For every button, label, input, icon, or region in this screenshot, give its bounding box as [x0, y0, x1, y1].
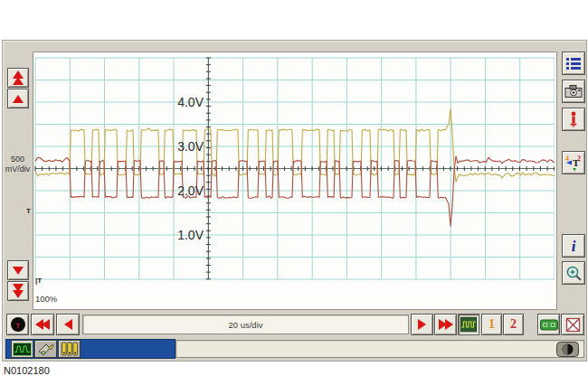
svg-text:4: 4: [565, 155, 569, 163]
info-button[interactable]: i: [562, 234, 585, 258]
scope-icon: [13, 343, 32, 356]
right-arrow-icon: [418, 319, 426, 330]
vertical-scale-label: 500 mV/div: [3, 155, 33, 174]
time-axis: [35, 166, 555, 171]
record-circle-icon: T: [10, 316, 26, 333]
voltage-axis-label: 3.0V: [177, 139, 204, 154]
trigger-level-marker: T: [26, 208, 31, 215]
camera-icon: [564, 84, 583, 99]
data-tab-button[interactable]: [58, 340, 81, 358]
contrast-icon: [556, 342, 579, 357]
trigger-position-line: [206, 58, 211, 279]
crossed-box-icon: [564, 316, 582, 333]
list-icon: [565, 56, 582, 70]
vertical-scale-value: 500: [3, 155, 33, 164]
tools-tab-button[interactable]: [34, 340, 57, 358]
zoom-percent-label: 100%: [35, 294, 62, 304]
person-marker-icon: [568, 111, 579, 127]
scope-tab-button[interactable]: [11, 340, 33, 358]
zoom-in-button[interactable]: [562, 261, 585, 285]
voltage-axis-label: 1.0V: [177, 228, 204, 242]
channel-1-button[interactable]: 1: [481, 314, 502, 335]
double-up-arrow-icon: [13, 71, 24, 84]
timebase-readout: 20 us/div: [82, 315, 409, 334]
trace-yellow: [35, 108, 555, 182]
scroll-down-fast-button[interactable]: [7, 281, 29, 301]
connector-icon: [540, 318, 558, 332]
contrast-control[interactable]: [556, 342, 579, 357]
figure-caption: N0102180: [4, 365, 50, 376]
up-arrow-icon: [13, 95, 24, 103]
rewind-button[interactable]: [31, 314, 54, 335]
status-message-area: [175, 340, 584, 358]
data-columns-icon: [61, 342, 79, 356]
fast-forward-button[interactable]: [434, 314, 457, 335]
magnifier-plus-icon: [565, 265, 583, 282]
down-arrow-icon: [13, 267, 24, 275]
scroll-down-button[interactable]: [7, 260, 29, 280]
scope-display: 4.0V3.0V2.0V1.0V: [33, 52, 557, 310]
oscilloscope-widget: 500 mV/div T 4.0V3.0V2.0V1.0V |T 100%: [2, 40, 587, 362]
scroll-up-button[interactable]: [7, 89, 29, 108]
snapshot-button[interactable]: [562, 80, 585, 103]
hand-tools-icon: [37, 342, 55, 356]
double-down-arrow-icon: [13, 285, 24, 297]
connector-button[interactable]: [537, 314, 560, 335]
channel-1-label: 1: [488, 317, 495, 332]
voltage-axis-label: 4.0V: [177, 95, 204, 109]
page: { "caption": "N0102180", "scope": { "ver…: [0, 0, 588, 385]
svg-text:2: 2: [577, 155, 581, 163]
vertical-scale-unit: mV/div: [3, 164, 33, 174]
voltage-axis-label: 2.0V: [177, 183, 204, 198]
record-button[interactable]: T: [6, 314, 29, 335]
step-back-button[interactable]: [56, 314, 80, 335]
svg-text:T: T: [15, 323, 20, 329]
info-icon: i: [572, 239, 576, 254]
channel-2-button[interactable]: 2: [503, 314, 524, 335]
timebase-value: 20 us/div: [228, 320, 262, 330]
play-button[interactable]: [411, 314, 433, 335]
channel-2-label: 2: [510, 317, 517, 332]
waveform-icon: [460, 317, 477, 332]
left-arrow-icon: [64, 319, 72, 330]
trigger-time-marker: |T: [35, 277, 42, 285]
double-right-arrow-icon: [440, 319, 452, 330]
trigger-setup-button[interactable]: T 2 4: [562, 151, 585, 174]
waveform-mode-button[interactable]: [458, 314, 479, 335]
scope-plot-svg: 4.0V3.0V2.0V1.0V: [33, 52, 555, 307]
list-button[interactable]: [562, 52, 585, 75]
close-grid-button[interactable]: [561, 314, 584, 335]
double-left-arrow-icon: [36, 319, 49, 330]
trigger-setup-icon: T 2 4: [564, 154, 583, 172]
marker-button[interactable]: [562, 108, 585, 131]
scroll-up-fast-button[interactable]: [7, 68, 29, 88]
